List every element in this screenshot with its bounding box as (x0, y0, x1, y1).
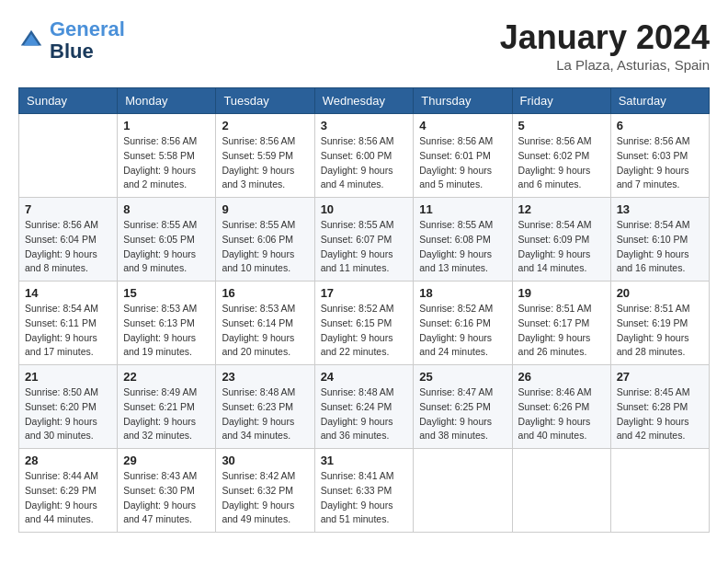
calendar-cell: 20Sunrise: 8:51 AMSunset: 6:19 PMDayligh… (610, 282, 709, 365)
calendar-cell: 5Sunrise: 8:56 AMSunset: 6:02 PMDaylight… (512, 114, 610, 198)
calendar-cell: 31Sunrise: 8:41 AMSunset: 6:33 PMDayligh… (314, 449, 414, 533)
calendar-cell: 6Sunrise: 8:56 AMSunset: 6:03 PMDaylight… (610, 114, 709, 198)
calendar-cell: 15Sunrise: 8:53 AMSunset: 6:13 PMDayligh… (118, 282, 216, 365)
day-info: Sunrise: 8:55 AMSunset: 6:07 PMDaylight:… (321, 218, 408, 276)
day-info: Sunrise: 8:54 AMSunset: 6:11 PMDaylight:… (25, 302, 111, 360)
logo-icon (18, 28, 44, 53)
calendar-cell: 24Sunrise: 8:48 AMSunset: 6:24 PMDayligh… (314, 365, 414, 449)
day-info: Sunrise: 8:54 AMSunset: 6:10 PMDaylight:… (617, 218, 703, 276)
day-number: 4 (419, 119, 506, 132)
day-info: Sunrise: 8:56 AMSunset: 6:02 PMDaylight:… (518, 134, 605, 192)
day-number: 6 (617, 119, 703, 132)
calendar-cell: 21Sunrise: 8:50 AMSunset: 6:20 PMDayligh… (19, 365, 118, 449)
calendar-cell: 7Sunrise: 8:56 AMSunset: 6:04 PMDaylight… (19, 198, 118, 282)
location: La Plaza, Asturias, Spain (500, 57, 710, 73)
day-info: Sunrise: 8:50 AMSunset: 6:20 PMDaylight:… (25, 385, 111, 443)
col-header-tuesday: Tuesday (216, 88, 314, 114)
day-info: Sunrise: 8:44 AMSunset: 6:29 PMDaylight:… (25, 469, 111, 527)
day-number: 19 (518, 286, 605, 300)
page-header: General Blue January 2024 La Plaza, Astu… (18, 18, 710, 73)
day-info: Sunrise: 8:56 AMSunset: 5:58 PMDaylight:… (123, 134, 210, 192)
col-header-thursday: Thursday (414, 88, 512, 114)
day-info: Sunrise: 8:55 AMSunset: 6:05 PMDaylight:… (123, 218, 210, 276)
day-number: 15 (123, 286, 210, 300)
calendar-cell: 10Sunrise: 8:55 AMSunset: 6:07 PMDayligh… (314, 198, 414, 282)
day-number: 22 (123, 370, 210, 384)
calendar-header-row: SundayMondayTuesdayWednesdayThursdayFrid… (19, 88, 710, 114)
calendar-cell: 17Sunrise: 8:52 AMSunset: 6:15 PMDayligh… (314, 282, 414, 365)
col-header-monday: Monday (118, 88, 216, 114)
day-info: Sunrise: 8:56 AMSunset: 5:59 PMDaylight:… (222, 134, 308, 192)
day-info: Sunrise: 8:41 AMSunset: 6:33 PMDaylight:… (321, 469, 408, 527)
calendar-cell: 14Sunrise: 8:54 AMSunset: 6:11 PMDayligh… (19, 282, 118, 365)
calendar-cell: 29Sunrise: 8:43 AMSunset: 6:30 PMDayligh… (118, 449, 216, 533)
calendar-week-row: 1Sunrise: 8:56 AMSunset: 5:58 PMDaylight… (19, 114, 710, 198)
calendar-cell: 4Sunrise: 8:56 AMSunset: 6:01 PMDaylight… (414, 114, 512, 198)
calendar-week-row: 14Sunrise: 8:54 AMSunset: 6:11 PMDayligh… (19, 282, 710, 365)
day-info: Sunrise: 8:52 AMSunset: 6:16 PMDaylight:… (419, 302, 506, 360)
day-number: 23 (222, 370, 308, 384)
day-number: 2 (222, 119, 308, 132)
day-info: Sunrise: 8:54 AMSunset: 6:09 PMDaylight:… (518, 218, 605, 276)
calendar-week-row: 7Sunrise: 8:56 AMSunset: 6:04 PMDaylight… (19, 198, 710, 282)
day-number: 31 (321, 454, 408, 467)
calendar-cell: 3Sunrise: 8:56 AMSunset: 6:00 PMDaylight… (314, 114, 414, 198)
calendar-week-row: 21Sunrise: 8:50 AMSunset: 6:20 PMDayligh… (19, 365, 710, 449)
day-number: 8 (123, 202, 210, 216)
day-info: Sunrise: 8:51 AMSunset: 6:19 PMDaylight:… (617, 302, 703, 360)
day-info: Sunrise: 8:51 AMSunset: 6:17 PMDaylight:… (518, 302, 605, 360)
day-number: 14 (25, 286, 111, 300)
day-number: 20 (617, 286, 703, 300)
col-header-sunday: Sunday (19, 88, 118, 114)
day-info: Sunrise: 8:56 AMSunset: 6:00 PMDaylight:… (321, 134, 408, 192)
day-info: Sunrise: 8:56 AMSunset: 6:01 PMDaylight:… (419, 134, 506, 192)
calendar-cell: 23Sunrise: 8:48 AMSunset: 6:23 PMDayligh… (216, 365, 314, 449)
calendar-cell: 30Sunrise: 8:42 AMSunset: 6:32 PMDayligh… (216, 449, 314, 533)
day-number: 11 (419, 202, 506, 216)
day-info: Sunrise: 8:48 AMSunset: 6:24 PMDaylight:… (321, 385, 408, 443)
calendar-cell: 16Sunrise: 8:53 AMSunset: 6:14 PMDayligh… (216, 282, 314, 365)
calendar-cell (512, 449, 610, 533)
day-number: 13 (617, 202, 703, 216)
calendar-cell: 12Sunrise: 8:54 AMSunset: 6:09 PMDayligh… (512, 198, 610, 282)
day-info: Sunrise: 8:49 AMSunset: 6:21 PMDaylight:… (123, 385, 210, 443)
calendar-cell: 9Sunrise: 8:55 AMSunset: 6:06 PMDaylight… (216, 198, 314, 282)
calendar-cell: 8Sunrise: 8:55 AMSunset: 6:05 PMDaylight… (118, 198, 216, 282)
calendar-cell: 19Sunrise: 8:51 AMSunset: 6:17 PMDayligh… (512, 282, 610, 365)
calendar-cell (610, 449, 709, 533)
logo: General Blue (18, 18, 125, 63)
day-info: Sunrise: 8:56 AMSunset: 6:03 PMDaylight:… (617, 134, 703, 192)
day-number: 25 (419, 370, 506, 384)
day-number: 3 (321, 119, 408, 132)
day-number: 27 (617, 370, 703, 384)
day-number: 9 (222, 202, 308, 216)
day-info: Sunrise: 8:48 AMSunset: 6:23 PMDaylight:… (222, 385, 308, 443)
day-info: Sunrise: 8:42 AMSunset: 6:32 PMDaylight:… (222, 469, 308, 527)
day-number: 30 (222, 454, 308, 467)
day-info: Sunrise: 8:52 AMSunset: 6:15 PMDaylight:… (321, 302, 408, 360)
day-number: 10 (321, 202, 408, 216)
calendar-week-row: 28Sunrise: 8:44 AMSunset: 6:29 PMDayligh… (19, 449, 710, 533)
calendar-cell: 11Sunrise: 8:55 AMSunset: 6:08 PMDayligh… (414, 198, 512, 282)
col-header-friday: Friday (512, 88, 610, 114)
day-number: 26 (518, 370, 605, 384)
day-info: Sunrise: 8:55 AMSunset: 6:08 PMDaylight:… (419, 218, 506, 276)
day-number: 1 (123, 119, 210, 132)
calendar-cell: 28Sunrise: 8:44 AMSunset: 6:29 PMDayligh… (19, 449, 118, 533)
day-info: Sunrise: 8:46 AMSunset: 6:26 PMDaylight:… (518, 385, 605, 443)
title-block: January 2024 La Plaza, Asturias, Spain (500, 18, 710, 73)
day-number: 7 (25, 202, 111, 216)
calendar-cell: 18Sunrise: 8:52 AMSunset: 6:16 PMDayligh… (414, 282, 512, 365)
calendar-cell: 2Sunrise: 8:56 AMSunset: 5:59 PMDaylight… (216, 114, 314, 198)
day-number: 5 (518, 119, 605, 132)
logo-text: General Blue (50, 18, 125, 63)
calendar-cell: 13Sunrise: 8:54 AMSunset: 6:10 PMDayligh… (610, 198, 709, 282)
calendar-cell: 1Sunrise: 8:56 AMSunset: 5:58 PMDaylight… (118, 114, 216, 198)
month-title: January 2024 (500, 18, 710, 57)
day-info: Sunrise: 8:43 AMSunset: 6:30 PMDaylight:… (123, 469, 210, 527)
day-info: Sunrise: 8:53 AMSunset: 6:13 PMDaylight:… (123, 302, 210, 360)
calendar-cell (414, 449, 512, 533)
col-header-wednesday: Wednesday (314, 88, 414, 114)
day-info: Sunrise: 8:53 AMSunset: 6:14 PMDaylight:… (222, 302, 308, 360)
day-number: 12 (518, 202, 605, 216)
